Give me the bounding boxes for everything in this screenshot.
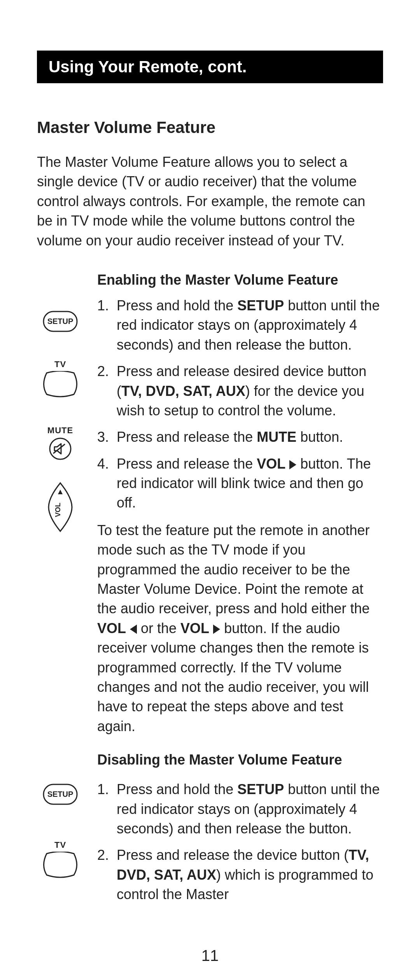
page-header: Using Your Remote, cont. (37, 51, 383, 83)
vol-button-icon: VOL (47, 482, 74, 532)
tv-button-icon: TV (43, 359, 78, 398)
mute-button-icon: MUTE (47, 425, 73, 460)
manual-page: Using Your Remote, cont. Master Volume F… (0, 0, 420, 980)
vol-down-icon (130, 625, 137, 634)
enable-section: SETUP TV MUTE (37, 272, 383, 776)
setup-button-icon-2: SETUP (43, 784, 78, 805)
disable-steps: Press and hold the SETUP button until th… (97, 780, 383, 904)
section-heading: Master Volume Feature (37, 118, 383, 137)
setup-icon-label: SETUP (47, 317, 74, 326)
enable-step-4: Press and release the VOL button. The re… (97, 454, 383, 513)
disable-icons-column: SETUP TV (37, 780, 84, 912)
enable-icons-column: SETUP TV MUTE (37, 272, 84, 776)
enable-test-paragraph: To test the feature put the remote in an… (97, 521, 383, 736)
enable-heading: Enabling the Master Volume Feature (97, 272, 383, 288)
svg-text:VOL: VOL (54, 502, 62, 517)
mute-icon-label: MUTE (47, 425, 73, 436)
svg-point-1 (50, 438, 71, 459)
page-number: 11 (0, 947, 420, 964)
enable-step-2: Press and release desired device button … (97, 362, 383, 420)
enable-step-1: Press and hold the SETUP button until th… (97, 296, 383, 355)
enable-text-column: Enabling the Master Volume Feature Press… (97, 272, 383, 776)
tv-icon-label-2: TV (54, 840, 66, 850)
vol-up-icon (289, 460, 296, 469)
enable-steps: Press and hold the SETUP button until th… (97, 296, 383, 513)
disable-section: SETUP TV Press and hold the SETUP button… (37, 780, 383, 912)
tv-button-icon-2: TV (43, 840, 78, 879)
disable-heading: Disabling the Master Volume Feature (97, 752, 383, 768)
disable-text-column: Press and hold the SETUP button until th… (97, 780, 383, 912)
vol-up-icon-2 (213, 625, 220, 634)
setup-button-icon: SETUP (43, 311, 78, 332)
svg-text:SETUP: SETUP (47, 790, 74, 798)
enable-step-3: Press and release the MUTE button. (97, 427, 383, 447)
tv-icon-label: TV (54, 359, 66, 369)
disable-step-1: Press and hold the SETUP button until th… (97, 780, 383, 838)
disable-step-2: Press and release the device button (TV,… (97, 845, 383, 904)
intro-paragraph: The Master Volume Feature allows you to … (37, 152, 383, 250)
